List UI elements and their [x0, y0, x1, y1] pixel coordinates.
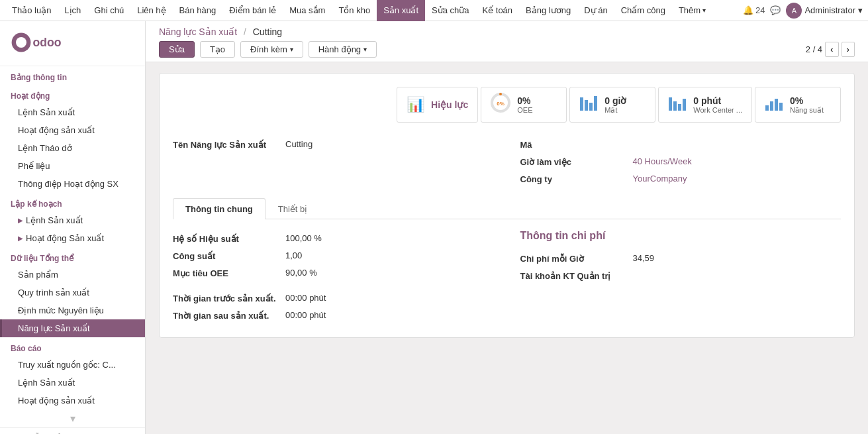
- page-navigation: 2 / 4 ‹ ›: [806, 42, 855, 57]
- muctieu-value: 90,00 %: [285, 268, 317, 278]
- gio-label: Giờ làm việc: [520, 156, 633, 167]
- tab-left: Hệ số Hiệu suất 100,00 % Công suất 1,00 …: [173, 230, 494, 324]
- wc-value: 0 phút: [693, 95, 742, 106]
- ma-label: Mã: [520, 139, 633, 150]
- gio-value: 40 Hours/Week: [633, 156, 692, 166]
- nav-them[interactable]: Thêm ▾: [672, 0, 712, 21]
- oee-label: OEE: [517, 106, 532, 114]
- nav-muasam[interactable]: Mua sắm: [283, 0, 332, 21]
- sidebar-item-quytrinhsx[interactable]: Quy trình sản xuất: [0, 284, 145, 301]
- ten-value: Cutting: [285, 139, 313, 149]
- stat-mat[interactable]: 0 giờ Mất: [569, 87, 655, 123]
- breadcrumb: Năng lực Sản xuất / Cutting: [159, 27, 855, 37]
- stat-hieutoc[interactable]: 📊 Hiệu lực: [397, 87, 478, 123]
- cty-link[interactable]: YourCompany: [633, 174, 687, 184]
- content-header: Năng lực Sản xuất / Cutting Sửa Tạo Đính…: [146, 21, 868, 62]
- breadcrumb-parent[interactable]: Năng lực Sản xuất: [159, 27, 237, 37]
- bell-icon: 🔔: [743, 5, 753, 15]
- field-congsuat: Công suất 1,00: [173, 247, 494, 264]
- tab-thongtinchung[interactable]: Thông tin chung: [173, 198, 265, 219]
- svg-rect-14: [765, 105, 769, 111]
- page-next-button[interactable]: ›: [842, 42, 855, 57]
- tab-bar: Thông tin chung Thiết bị: [173, 198, 841, 219]
- notification-btn[interactable]: 🔔 24: [743, 5, 765, 15]
- breadcrumb-current: Cutting: [253, 27, 282, 37]
- create-button[interactable]: Tạo: [200, 41, 235, 58]
- svg-rect-8: [589, 103, 593, 111]
- field-tgss: Thời gian sau sản xuất. 00:00 phút: [173, 307, 494, 324]
- mat-value: 0 giờ: [604, 95, 626, 106]
- toolbar: Sửa Tạo Đính kèm ▾ Hành động ▾ 2 / 4: [159, 41, 855, 58]
- nav-right: 🔔 24 💬 A Administrator ▾: [743, 3, 863, 19]
- sidebar-item-truyxuat[interactable]: Truy xuất nguồn gốc: C...: [0, 356, 145, 374]
- nav-suachua[interactable]: Sửa chữa: [425, 0, 475, 21]
- nav-bangluong[interactable]: Bảng lương: [519, 0, 577, 21]
- svg-rect-11: [673, 101, 677, 111]
- nav-sanxuat[interactable]: Sản xuất: [377, 0, 425, 21]
- svg-rect-17: [779, 103, 783, 111]
- tab-right: Thông tin chi phí Chi phí mỗi Giờ 34,59 …: [520, 230, 842, 324]
- chat-btn[interactable]: 💬: [770, 5, 781, 15]
- nav-lich[interactable]: Lịch: [58, 0, 87, 21]
- tgss-value: 00:00 phút: [285, 310, 326, 320]
- wc-label: Work Center ...: [693, 106, 742, 114]
- field-hieusuat: Hệ số Hiệu suất 100,00 %: [173, 230, 494, 247]
- sidebar-item-dinhmuc[interactable]: Định mức Nguyên liệu: [0, 301, 145, 319]
- field-cpgio: Chi phí mỗi Giờ 34,59: [520, 250, 842, 267]
- nav-diembangle[interactable]: Điểm bán lẻ: [222, 0, 283, 21]
- nav-chamcong[interactable]: Chấm công: [614, 0, 672, 21]
- admin-menu[interactable]: A Administrator ▾: [786, 3, 863, 19]
- tab-content-general: Hệ số Hiệu suất 100,00 % Công suất 1,00 …: [173, 230, 841, 324]
- sidebar-item-lenhsx[interactable]: Lệnh Sản xuất: [0, 103, 145, 121]
- sidebar-item-phelieu[interactable]: Phế liệu: [0, 157, 145, 175]
- edit-button[interactable]: Sửa: [159, 41, 195, 58]
- gio-link[interactable]: 40 Hours/Week: [633, 156, 692, 166]
- svg-text:0%: 0%: [497, 101, 505, 107]
- page-prev-button[interactable]: ‹: [825, 42, 838, 57]
- oee-icon: 0%: [491, 93, 510, 117]
- svg-rect-10: [669, 97, 672, 111]
- sidebar-item-hoatdongsx[interactable]: Hoạt động sản xuất: [0, 121, 145, 139]
- sidebar-item-nanglucsx[interactable]: Năng lực Sản xuất: [0, 319, 145, 337]
- field-tgtt: Thời gian trước sản xuất. 00:00 phút: [173, 290, 494, 307]
- sidebar-item-sanpham[interactable]: Sản phẩm: [0, 266, 145, 284]
- sidebar-item-baocao-hoatdong[interactable]: Hoạt động sản xuất: [0, 392, 145, 409]
- hieutoc-icon: 📊: [407, 96, 424, 113]
- nav-thaoluan[interactable]: Thảo luận: [5, 0, 58, 21]
- workcenter-icon: [668, 96, 687, 114]
- field-cty: Công ty YourCompany: [520, 170, 842, 188]
- tgtt-value: 00:00 phút: [285, 293, 326, 303]
- sidebar-item-lenhthaodo[interactable]: Lệnh Tháo dở: [0, 139, 145, 157]
- attach-chevron-icon: ▾: [290, 46, 293, 53]
- sidebar-item-thongdiep[interactable]: Thông điệp Hoạt động SX: [0, 175, 145, 193]
- logo[interactable]: odoo: [0, 21, 145, 66]
- nav-tonkho[interactable]: Tồn kho: [332, 0, 377, 21]
- nav-ghichu[interactable]: Ghi chú: [87, 0, 130, 21]
- nav-duan[interactable]: Dự án: [577, 0, 614, 21]
- field-muctieu: Mục tiêu OEE 90,00 %: [173, 264, 494, 282]
- nav-items: Thảo luận Lịch Ghi chú Liên hệ Bán hàng …: [5, 0, 743, 21]
- tab-thietbi[interactable]: Thiết bị: [265, 198, 320, 219]
- congsuat-value: 1,00: [285, 250, 302, 260]
- hieutoc-label: Hiệu lực: [431, 99, 468, 110]
- sidebar-item-lapkh-hoatdong[interactable]: ▶ Hoạt động Sản xuất: [0, 229, 145, 247]
- attach-button[interactable]: Đính kèm ▾: [240, 41, 303, 58]
- section-lapkehoach: Lập kế hoạch: [0, 193, 145, 211]
- svg-rect-12: [678, 104, 681, 111]
- stat-workcenter[interactable]: 0 phút Work Center ...: [658, 87, 752, 123]
- stat-oee[interactable]: 0% 0% OEE: [481, 87, 567, 123]
- ns-label: Năng suất: [790, 106, 824, 115]
- nav-lienhe[interactable]: Liên hệ: [130, 0, 172, 21]
- svg-text:odoo: odoo: [33, 36, 62, 49]
- form-left: Tên Năng lực Sản xuất Cutting: [173, 136, 494, 188]
- sidebar-item-lapkh-lenhsx[interactable]: ▶ Lệnh Sản xuất: [0, 211, 145, 229]
- avatar: A: [786, 3, 802, 19]
- sidebar-footer: Được hỗ trợ bởi Odoo and https://v10demo…: [0, 427, 145, 434]
- admin-chevron-icon: ▾: [858, 5, 863, 15]
- action-button[interactable]: Hành động ▾: [309, 41, 377, 58]
- stat-nangSuat[interactable]: 0% Năng suất: [755, 87, 841, 123]
- sidebar-item-baocao-lenhsx[interactable]: Lệnh Sản xuất: [0, 374, 145, 392]
- page-info: 2 / 4: [806, 44, 822, 54]
- nav-banhang[interactable]: Bán hàng: [173, 0, 223, 21]
- nav-ketoan[interactable]: Kế toán: [476, 0, 520, 21]
